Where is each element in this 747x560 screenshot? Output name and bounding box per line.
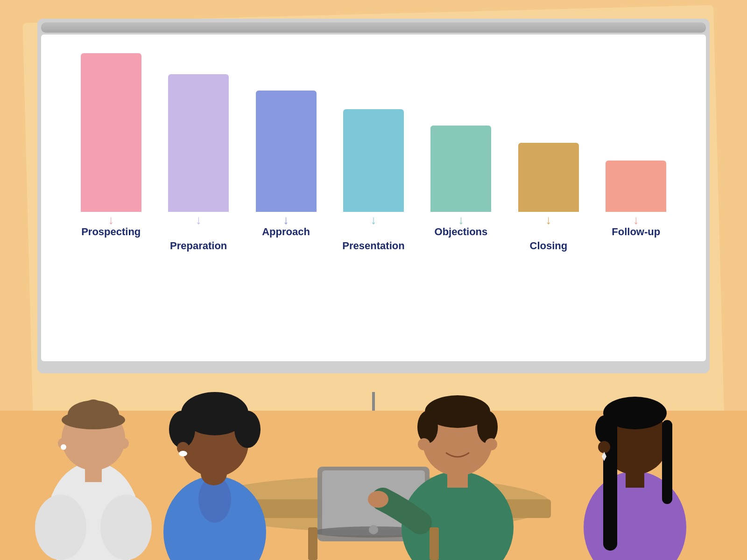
- svg-point-14: [100, 495, 152, 560]
- bar-wrapper-prospecting: ↓: [69, 53, 153, 226]
- label-followup: Follow-up: [594, 226, 678, 238]
- person-2: [163, 392, 266, 560]
- bar-wrapper-objections: ↓: [419, 126, 503, 226]
- svg-point-24: [184, 400, 245, 435]
- label-preparation: Preparation: [156, 240, 240, 252]
- bar-wrapper-approach: ↓: [244, 91, 328, 226]
- bar-closing: [518, 143, 579, 212]
- svg-point-35: [418, 438, 430, 450]
- svg-point-33: [417, 411, 438, 443]
- svg-point-13: [35, 495, 86, 560]
- label-approach: Approach: [244, 226, 328, 238]
- svg-point-34: [477, 411, 498, 443]
- bar-wrapper-preparation: ↓: [156, 74, 240, 226]
- bar-preparation: [168, 74, 229, 212]
- svg-point-28: [201, 462, 227, 485]
- svg-point-17: [61, 444, 66, 450]
- bar-wrapper-presentation: ↓: [331, 109, 415, 226]
- whiteboard-bar: [41, 22, 706, 33]
- bar-presentation: [343, 109, 404, 212]
- label-closing: Closing: [507, 240, 590, 252]
- people-svg: [0, 299, 747, 560]
- people-scene: [0, 299, 747, 560]
- label-presentation: Presentation: [331, 240, 415, 252]
- svg-point-11: [83, 399, 104, 420]
- chart-container: ↓↓↓↓↓↓↓ProspectingApproachObjectionsFoll…: [69, 49, 678, 252]
- svg-rect-44: [662, 420, 672, 504]
- arrow-prospecting: ↓: [108, 214, 114, 226]
- labels-wrapper: ProspectingApproachObjectionsFollow-upPr…: [69, 226, 678, 252]
- arrow-followup: ↓: [633, 214, 639, 226]
- arrow-closing: ↓: [545, 214, 551, 226]
- svg-rect-12: [85, 466, 102, 482]
- bottom-label-row: PreparationPresentationClosing: [69, 240, 678, 252]
- svg-rect-47: [308, 527, 317, 560]
- arrow-presentation: ↓: [370, 214, 376, 226]
- svg-point-43: [595, 415, 614, 443]
- person-4: [584, 397, 686, 560]
- svg-point-16: [118, 438, 129, 449]
- svg-point-6: [369, 525, 378, 534]
- person-1: [35, 399, 152, 560]
- svg-point-36: [485, 438, 497, 450]
- arrow-preparation: ↓: [196, 214, 202, 226]
- arrow-approach: ↓: [283, 214, 289, 226]
- top-label-row: ProspectingApproachObjectionsFollow-up: [69, 226, 678, 238]
- svg-point-45: [598, 441, 610, 453]
- arrow-objections: ↓: [458, 214, 464, 226]
- svg-point-26: [179, 451, 187, 456]
- svg-point-37: [368, 491, 388, 508]
- bar-objections: [430, 126, 491, 212]
- bar-approach: [256, 91, 317, 212]
- label-objections: Objections: [419, 226, 503, 238]
- bars-row: ↓↓↓↓↓↓↓: [69, 49, 678, 226]
- bar-wrapper-followup: ↓: [594, 161, 678, 226]
- bar-followup: [606, 161, 666, 212]
- bar-prospecting: [81, 53, 141, 212]
- bar-wrapper-closing: ↓: [507, 143, 590, 226]
- svg-rect-48: [430, 527, 439, 560]
- label-prospecting: Prospecting: [69, 226, 153, 238]
